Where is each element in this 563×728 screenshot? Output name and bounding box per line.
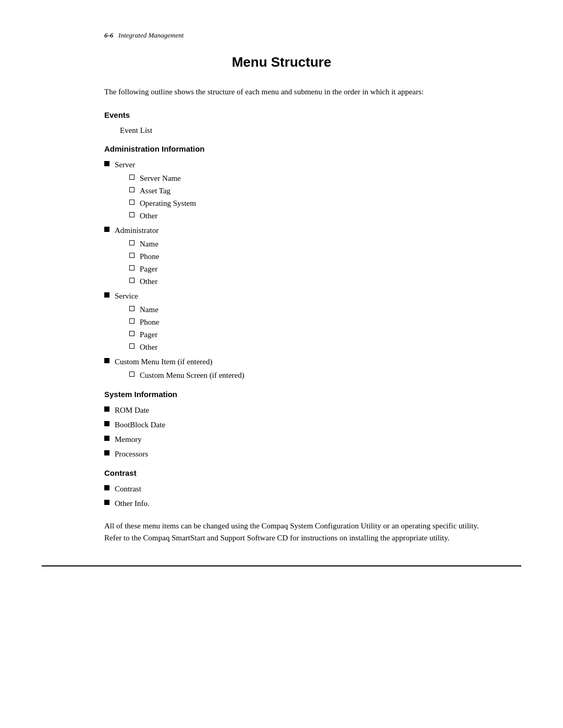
open-bullet-icon [129,212,134,217]
system-info-list: ROM Date BootBlock Date Memory Processor… [104,404,490,460]
open-bullet-icon [129,306,134,311]
sub-list: Server Name Asset Tag Operating System O… [115,172,490,222]
events-heading: Events [104,110,490,119]
open-bullet-icon [129,265,134,270]
list-item-content: Administrator Name Phone Pager Other [115,224,490,288]
list-item: Administrator Name Phone Pager Other [104,224,490,288]
open-bullet-icon [129,278,134,283]
bullet-square-icon [104,421,109,426]
open-bullet-icon [129,318,134,324]
sub-list-item: Phone [115,250,490,263]
list-item: Memory [104,433,490,446]
footer-divider [42,565,521,566]
sub-list-item: Operating System [115,197,490,209]
list-item: Server Server Name Asset Tag Operating S… [104,158,490,222]
open-bullet-icon [129,175,134,180]
list-item: Other Info. [104,497,490,510]
intro-paragraph: The following outline shows the structur… [104,86,490,98]
sub-list-item: Other [115,275,490,288]
bullet-square-icon [104,500,109,505]
open-bullet-icon [129,253,134,258]
open-bullet-icon [129,187,134,192]
sub-list-item: Other [115,209,490,222]
list-item-content: Service Name Phone Pager Other [115,290,490,353]
bullet-square-icon [104,227,109,232]
open-bullet-icon [129,240,134,245]
bullet-square-icon [104,406,109,412]
list-item: Service Name Phone Pager Other [104,290,490,353]
list-item-label: Memory [115,433,142,446]
list-item: BootBlock Date [104,418,490,431]
list-item-label: Administrator [115,226,158,235]
open-bullet-icon [129,200,134,205]
bullet-square-icon [104,436,109,441]
sub-list: Custom Menu Screen (if entered) [115,369,490,381]
system-info-heading: System Information [104,390,490,399]
bullet-square-icon [104,485,109,490]
list-item: Contrast [104,483,490,495]
list-item: Processors [104,448,490,460]
list-item-label: BootBlock Date [115,418,165,431]
sub-list: Name Phone Pager Other [115,303,490,353]
sub-list-item: Other [115,341,490,353]
list-item-label: Service [115,292,138,300]
admin-info-list: Server Server Name Asset Tag Operating S… [104,158,490,381]
contrast-list: Contrast Other Info. [104,483,490,510]
sub-list: Name Phone Pager Other [115,238,490,288]
page: 6-6 Integrated Management Menu Structure… [0,0,563,728]
bullet-square-icon [104,450,109,455]
page-title: Menu Structure [42,54,521,70]
event-list-item: Event List [104,125,490,137]
sub-list-item: Custom Menu Screen (if entered) [115,369,490,381]
content-area: The following outline shows the structur… [42,86,521,545]
contrast-heading: Contrast [104,468,490,477]
sub-list-item: Asset Tag [115,184,490,197]
list-item-label: Processors [115,448,148,460]
list-item: Custom Menu Item (if entered) Custom Men… [104,355,490,381]
chapter-number: 6-6 [104,31,113,39]
open-bullet-icon [129,372,134,377]
sub-list-item: Pager [115,263,490,275]
sub-list-item: Phone [115,316,490,328]
bullet-square-icon [104,292,109,298]
closing-paragraph: All of these menu items can be changed u… [104,520,490,545]
open-bullet-icon [129,331,134,336]
list-item-label: Server [115,161,135,169]
bullet-square-icon [104,161,109,166]
list-item-label: Other Info. [115,497,150,510]
list-item-content: Custom Menu Item (if entered) Custom Men… [115,355,490,381]
sub-list-item: Name [115,303,490,316]
list-item-label: Custom Menu Item (if entered) [115,357,212,366]
list-item-content: Server Server Name Asset Tag Operating S… [115,158,490,222]
open-bullet-icon [129,343,134,349]
list-item-label: ROM Date [115,404,149,416]
sub-list-item: Name [115,238,490,250]
list-item: ROM Date [104,404,490,416]
list-item-label: Contrast [115,483,141,495]
admin-info-heading: Administration Information [104,144,490,153]
chapter-title: Integrated Management [118,31,183,39]
page-header: 6-6 Integrated Management [42,31,521,40]
sub-list-item: Server Name [115,172,490,184]
sub-list-item: Pager [115,328,490,341]
bullet-square-icon [104,358,109,363]
